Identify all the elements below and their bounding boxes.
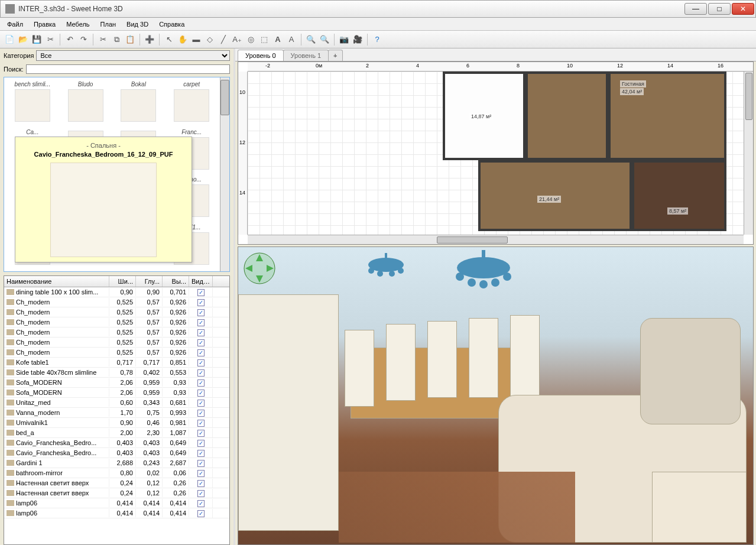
table-row[interactable]: bed_a2,002,301,087✓	[4, 428, 229, 438]
open-icon[interactable]: 📂	[17, 34, 29, 46]
maximize-button[interactable]: □	[708, 3, 731, 15]
visible-checkbox[interactable]: ✓	[197, 400, 205, 407]
table-row[interactable]: Настенная светит вверх0,240,120,26✓	[4, 488, 229, 498]
table-row[interactable]: Ch_modern0,5250,570,926✓	[4, 327, 229, 338]
catalog-item[interactable]: Bludo	[60, 80, 112, 126]
prefs-icon[interactable]: ✂	[44, 34, 56, 46]
visible-checkbox[interactable]: ✓	[197, 369, 205, 377]
visible-checkbox[interactable]: ✓	[197, 329, 205, 336]
add-furniture-icon[interactable]: ➕	[144, 34, 155, 46]
close-button[interactable]: ✕	[732, 3, 754, 15]
table-row[interactable]: Ch_modern0,5250,570,926✓	[4, 307, 229, 317]
category-select[interactable]: Все	[36, 50, 230, 61]
visible-checkbox[interactable]: ✓	[197, 500, 205, 507]
catalog-item[interactable]: Bokal	[113, 80, 165, 126]
plan-view[interactable]: -2 0м 2 4 6 8 10 12 14 16 10 12 14 14,87…	[238, 61, 754, 245]
table-row[interactable]: Unitaz_med0,600,3430,681✓	[4, 398, 229, 408]
visible-checkbox[interactable]: ✓	[197, 410, 205, 417]
undo-icon[interactable]: ↶	[64, 34, 76, 46]
plan-canvas[interactable]: 14,87 м² Гостиная 42,04 м² 21,44 м² 8,57…	[248, 72, 744, 235]
catalog-item[interactable]: carpet	[166, 80, 218, 126]
video-icon[interactable]: 🎥	[352, 34, 364, 46]
zoom-out-icon[interactable]: 🔍	[319, 34, 330, 46]
wall-icon[interactable]: ▬	[190, 34, 202, 46]
visible-checkbox[interactable]: ✓	[197, 379, 205, 387]
table-row[interactable]: Kofe table10,7170,7170,851✓	[4, 358, 229, 368]
tool1-icon[interactable]: ◎	[245, 34, 257, 46]
visible-checkbox[interactable]: ✓	[197, 339, 205, 346]
col-header-height[interactable]: Вы...	[163, 276, 189, 287]
table-row[interactable]: Ch_modern0,5250,570,926✓	[4, 348, 229, 358]
table-row[interactable]: Sofa_MODERN2,060,9590,93✓	[4, 378, 229, 388]
table-row[interactable]: bathroom-mirror0,800,020,06✓	[4, 468, 229, 478]
polyline-icon[interactable]: ╱	[218, 34, 229, 46]
visible-checkbox[interactable]: ✓	[197, 349, 205, 356]
table-row[interactable]: Cavio_Francheska_Bedro...0,4030,4030,649…	[4, 438, 229, 448]
tool3-icon[interactable]: A	[285, 34, 297, 46]
menu-furniture[interactable]: Мебель	[61, 20, 94, 29]
visible-checkbox[interactable]: ✓	[197, 490, 205, 497]
visible-checkbox[interactable]: ✓	[197, 420, 205, 427]
visible-checkbox[interactable]: ✓	[197, 480, 205, 487]
view-3d[interactable]	[238, 246, 754, 545]
table-row[interactable]: Cavio_Francheska_Bedro...0,4030,4030,649…	[4, 448, 229, 458]
catalog-item[interactable]: bench slimli...	[7, 80, 59, 126]
tool2-icon[interactable]: ⬚	[258, 34, 270, 46]
visible-checkbox[interactable]: ✓	[197, 309, 205, 316]
visible-checkbox[interactable]: ✓	[197, 319, 205, 326]
table-row[interactable]: Gardini 12,6880,2432,687✓	[4, 458, 229, 468]
catalog-scrollbar[interactable]	[220, 77, 229, 271]
tab-add[interactable]: +	[328, 50, 342, 61]
copy-icon[interactable]: ⧉	[111, 34, 122, 46]
search-input[interactable]	[26, 64, 230, 74]
visible-checkbox[interactable]: ✓	[197, 289, 205, 296]
menu-view3d[interactable]: Вид 3D	[122, 20, 153, 29]
visible-checkbox[interactable]: ✓	[197, 390, 205, 397]
paste-icon[interactable]: 📋	[124, 34, 136, 46]
tab-level-1[interactable]: Уровень 1	[283, 50, 329, 61]
visible-checkbox[interactable]: ✓	[197, 430, 205, 437]
visible-checkbox[interactable]: ✓	[197, 299, 205, 306]
menu-file[interactable]: Файл	[2, 20, 28, 29]
visible-checkbox[interactable]: ✓	[197, 510, 205, 517]
table-row[interactable]: lamp060,4140,4140,414✓	[4, 498, 229, 508]
menu-plan[interactable]: План	[96, 20, 121, 29]
table-row[interactable]: dining table 100 x 100 slim...0,900,900,…	[4, 287, 229, 297]
col-header-visible[interactable]: Види...	[189, 276, 213, 287]
table-row[interactable]: Vanna_modern1,700,750,993✓	[4, 408, 229, 418]
redo-icon[interactable]: ↷	[77, 34, 89, 46]
new-icon[interactable]: 📄	[4, 34, 15, 46]
table-row[interactable]: Настенная светит вверх0,240,120,26✓	[4, 478, 229, 488]
visible-checkbox[interactable]: ✓	[197, 460, 205, 467]
minimize-button[interactable]: —	[684, 3, 707, 15]
col-header-depth[interactable]: Глу...	[136, 276, 163, 287]
table-row[interactable]: lamp060,4140,4140,414✓	[4, 508, 229, 518]
visible-checkbox[interactable]: ✓	[197, 470, 205, 477]
col-header-width[interactable]: Ши...	[109, 276, 136, 287]
visible-checkbox[interactable]: ✓	[197, 450, 205, 457]
col-header-name[interactable]: Наименование	[4, 276, 109, 287]
help-icon[interactable]: ?	[371, 34, 383, 46]
navigation-compass[interactable]	[243, 252, 276, 285]
visible-checkbox[interactable]: ✓	[197, 359, 205, 366]
photo-icon[interactable]: 📷	[338, 34, 350, 46]
text-icon[interactable]: A	[272, 34, 284, 46]
save-icon[interactable]: 💾	[31, 34, 43, 46]
dim-icon[interactable]: A₊	[231, 34, 243, 46]
menu-help[interactable]: Справка	[154, 20, 189, 29]
table-row[interactable]: Side table 40x78cm slimline0,780,4020,55…	[4, 368, 229, 378]
visible-checkbox[interactable]: ✓	[197, 440, 205, 447]
plan-h-scrollbar[interactable]	[248, 235, 744, 244]
pan-icon[interactable]: ✋	[177, 34, 189, 46]
plan-v-scrollbar[interactable]	[744, 72, 753, 235]
table-row[interactable]: Ch_modern0,5250,570,926✓	[4, 338, 229, 348]
tab-level-0[interactable]: Уровень 0	[238, 50, 284, 61]
zoom-in-icon[interactable]: 🔍	[305, 34, 317, 46]
table-row[interactable]: Ch_modern0,5250,570,926✓	[4, 297, 229, 307]
table-row[interactable]: Ch_modern0,5250,570,926✓	[4, 317, 229, 327]
select-icon[interactable]: ↖	[163, 34, 175, 46]
room-icon[interactable]: ◇	[204, 34, 216, 46]
table-row[interactable]: Sofa_MODERN2,060,9590,93✓	[4, 388, 229, 398]
table-row[interactable]: Umivalnik10,900,460,981✓	[4, 418, 229, 428]
menu-edit[interactable]: Правка	[29, 20, 60, 29]
